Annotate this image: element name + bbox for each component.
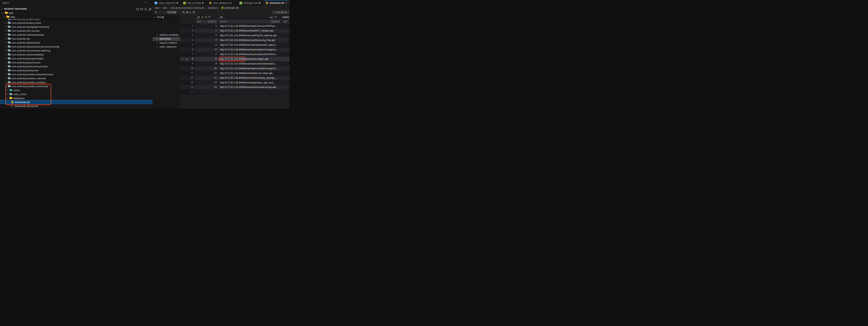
grid-row[interactable]: 1111http://172.30.1.61:8088/download/im.… [180,71,289,76]
grid-row[interactable]: 66http://172.30.1.61:8088/download/carda… [180,47,289,52]
chevron-right-icon[interactable] [5,26,7,27]
grid-new-row[interactable]: 15 [180,90,289,94]
tree-item[interactable]: com.android.packageinstaller [0,56,153,60]
chevron-right-icon[interactable] [5,77,7,79]
chevron-right-icon[interactable] [5,58,7,59]
chevron-right-icon[interactable] [5,34,7,35]
sticky-tree-item-data[interactable]: data [0,11,153,15]
chevron-down-icon[interactable] [2,12,4,13]
table-item-android-metadata[interactable]: android_metadata [153,33,180,37]
tree-item[interactable]: code_cache [0,92,153,96]
close-icon[interactable]: × [285,2,287,4]
chevron-right-icon[interactable] [5,70,7,71]
tree-item-providers-downloads[interactable]: com.android.providers.downloads [0,84,153,88]
table-item-request-headers[interactable]: request_headers [153,41,180,45]
breadcrumb-item[interactable]: databases [208,7,218,9]
chevron-down-icon[interactable] [7,97,8,99]
filter-summary-chip[interactable]: 14 행 필터링... [272,10,289,14]
tab-card-database-db[interactable]: card_database.db [207,0,238,6]
tree-item[interactable]: com.android.onetimeinitializer [0,52,153,56]
chevron-down-icon[interactable] [4,16,5,17]
pin-icon[interactable] [185,58,188,60]
breadcrumb-item[interactable]: com.android.providers.downloads [170,7,204,9]
modified-dot-icon[interactable] [177,2,178,4]
chevron-right-icon[interactable] [5,30,7,31]
tree-item[interactable]: com.android.location.fused [0,21,153,25]
chevron-right-icon[interactable] [156,38,158,39]
modified-dot-icon[interactable] [202,2,203,4]
back-icon[interactable]: ← [159,10,161,13]
table-item-sqlite-sequence[interactable]: sqlite_sequence [153,45,180,49]
chevron-right-icon[interactable] [5,42,7,43]
column-header-id[interactable]: _id [196,16,199,19]
filter-input-uri[interactable]: 필터링... [219,20,281,23]
column-header-uri[interactable]: uri [220,16,222,19]
reload-icon[interactable] [154,11,157,14]
tree-item[interactable]: com.android.networkstack [0,40,153,45]
grid-row[interactable]: 1313http://172.30.1.61:8088/download/pro… [180,80,289,85]
tab-downloads-db[interactable]: downloads.db× [264,0,289,6]
tree-item[interactable]: com.android.modulemetadata [0,33,153,36]
table-item-downloads[interactable]: downloads [153,37,180,41]
chevron-right-icon[interactable] [156,46,158,48]
tree-item[interactable]: databases [0,96,153,100]
filter-input-method[interactable]: 필터 [282,20,289,23]
alert-filter-icon[interactable] [277,20,280,23]
chevron-right-icon[interactable] [5,54,7,55]
tab-packages-xml[interactable]: packages.xml [238,0,264,6]
grid-row-highlighted[interactable]: ↗ 88http://172.30.1.61:8088/download/car… [180,57,289,61]
tree-item[interactable]: com.android.managedprovisioning [0,25,153,29]
grid-row[interactable]: 22http://172.30.1.61:8088/download/NFC_R… [180,28,289,33]
tree-item[interactable]: com.android.mms.service [0,29,153,33]
chevron-right-icon[interactable] [7,89,8,91]
tree-item[interactable]: com.android.printspooler [0,68,153,72]
tree-item[interactable]: com.android.pacprocessor [0,60,153,64]
grid-row[interactable]: 55http://172.30.1.61:8088/download/alpha… [180,43,289,47]
null-filter-icon[interactable] [274,20,277,23]
grid-row[interactable]: 1212http://172.30.1.61:8088/download/nav… [180,76,289,80]
column-divider[interactable] [281,15,282,94]
equals-filter-icon[interactable] [271,20,274,23]
equals-filter-icon[interactable] [208,20,210,23]
tree-item-downloads-db[interactable]: downloads.db [0,100,153,104]
tree-item[interactable]: com.android.providers.contacts [0,80,153,84]
chevron-right-icon[interactable] [156,42,158,44]
grid-row[interactable]: 77http://172.30.1.61:8088/download/cardb… [180,52,289,57]
chevron-right-icon[interactable] [5,22,7,23]
column-divider[interactable] [195,15,195,94]
chevron-right-icon[interactable] [5,81,7,83]
tree-item[interactable]: com.android.permissioncontroller [0,64,153,68]
grid-row[interactable]: 1414http://172.30.1.61:8088/download/swi… [180,85,289,90]
tree-item[interactable]: com.android.mtp [0,36,153,40]
chevron-right-icon[interactable] [5,73,7,75]
tab-cards-export[interactable]: cards_export.txt [153,0,181,6]
tree-item[interactable]: com.android.providers.blockednumber [0,72,153,76]
chevron-right-icon[interactable] [5,38,7,39]
grid-row[interactable]: 33http://172.30.1.61:8088/download/PayPa… [180,33,289,38]
grid-row[interactable]: 11http://172.30.1.61:8088/download/Coinn… [180,24,289,28]
chevron-down-icon[interactable] [5,85,7,87]
clear-filters-icon[interactable] [182,11,185,14]
chevron-right-icon[interactable] [5,61,7,63]
modified-dot-icon[interactable] [259,2,260,4]
filter-input-id[interactable]: 필터 [196,20,217,23]
open-cell-icon[interactable]: ↗ [182,58,183,60]
sticky-tree-item-data[interactable]: data [0,15,153,19]
tables-dropdown-button[interactable]: 4 테이블 [166,10,177,14]
chevron-right-icon[interactable] [5,50,7,51]
tab-http-post-log[interactable]: http_post.log [181,0,207,6]
breadcrumb-item[interactable]: data [155,7,159,9]
breadcrumb-item-current[interactable]: downloads.db [222,7,239,9]
alert-filter-icon[interactable] [214,20,216,23]
tables-section-header[interactable]: 테이블 [153,15,180,19]
grid-row[interactable]: 44http://172.30.1.61:8088/download/Samsu… [180,38,289,43]
pin-icon[interactable] [274,16,277,18]
tree-item[interactable]: cache [0,88,153,92]
tree-item[interactable]: downloads.db-journal [0,104,153,108]
pin-icon[interactable] [208,16,211,18]
tree-item[interactable]: com.android.providers.calendar [0,76,153,80]
column-header-method[interactable]: method [282,16,289,19]
forward-icon[interactable]: → [163,10,165,13]
chevron-right-icon[interactable] [5,46,7,47]
null-filter-icon[interactable] [211,20,213,23]
